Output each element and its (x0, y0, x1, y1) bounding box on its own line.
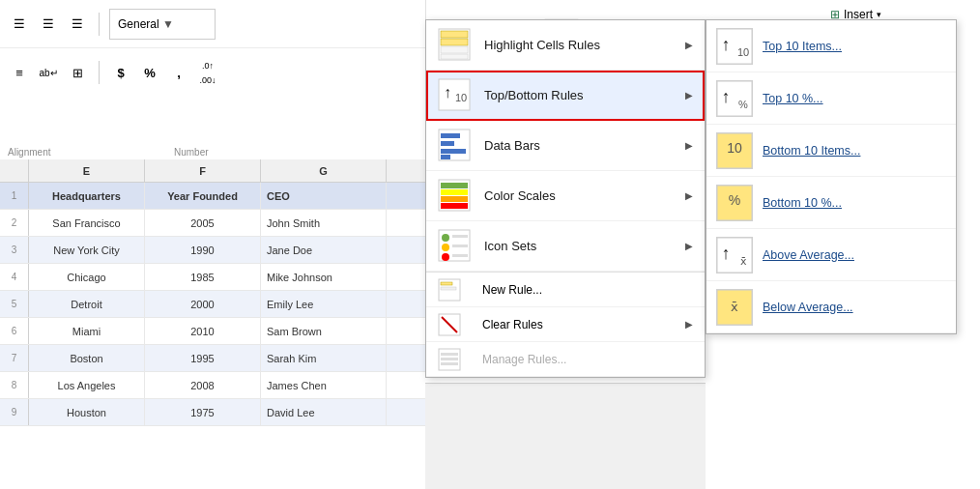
percent-btn[interactable]: % (138, 61, 161, 84)
submenu-item-bottom10-pct[interactable]: % Bottom 10 %... (706, 177, 956, 229)
col-f-header: F (145, 159, 261, 182)
svg-rect-21 (441, 155, 450, 159)
col-g-header: G (261, 159, 387, 182)
submenu-item-above-avg[interactable]: ↑ x̄ Above Average... (706, 229, 956, 281)
table-row: 1 Headquarters Year Founded CEO (0, 183, 425, 210)
ribbon-row1: ☰ ☰ ☰ General ▼ (0, 0, 425, 48)
svg-rect-18 (441, 133, 460, 138)
svg-rect-40 (441, 353, 458, 356)
top-bottom-icon: ↑ 10 (438, 78, 473, 113)
clear-rules-icon (438, 313, 471, 336)
conditional-formatting-menu: Highlight Cells Rules ▶ ↑ 10 Top/Bottom … (425, 19, 706, 378)
submenu-item-below-avg[interactable]: x̄ Below Average... (706, 281, 956, 333)
top10-items-label: Top 10 Items... (763, 40, 946, 53)
hamburger3-icon[interactable]: ☰ (66, 13, 89, 36)
col-e-header: E (29, 159, 145, 182)
align-center-icon[interactable]: ab↵ (37, 61, 60, 84)
manage-rules-label: Manage Rules... (482, 353, 566, 366)
svg-rect-26 (441, 203, 468, 209)
new-rule-label: New Rule... (482, 283, 542, 297)
top-bottom-submenu: ↑ 10 Top 10 Items... ↑ % Top 10 %... 10 (706, 19, 957, 334)
color-scales-icon (438, 179, 473, 214)
align-left-icon[interactable]: ≡ (8, 61, 31, 84)
top10-pct-label: Top 10 %... (763, 92, 946, 105)
bottom10-pct-icon: % (716, 185, 753, 221)
menu-item-manage-rules: Manage Rules... (426, 342, 705, 377)
svg-point-29 (442, 244, 449, 251)
svg-text:%: % (738, 99, 748, 110)
top-bottom-arrow: ▶ (685, 90, 693, 101)
svg-rect-33 (452, 254, 468, 257)
top10-pct-icon: ↑ % (716, 80, 753, 117)
table-row: 7 Boston 1995 Sarah Kim (0, 345, 425, 372)
svg-text:10: 10 (737, 46, 749, 58)
svg-rect-11 (441, 39, 468, 45)
icon-sets-label: Icon Sets (484, 239, 674, 253)
submenu-item-bottom10-items[interactable]: 10 Bottom 10 Items... (706, 125, 956, 177)
data-bars-label: Data Bars (484, 138, 674, 153)
svg-rect-31 (452, 235, 468, 238)
submenu-item-top10-pct[interactable]: ↑ % Top 10 %... (706, 72, 956, 125)
spreadsheet: E F G 1 Headquarters Year Founded CEO 2 … (0, 159, 425, 489)
data-bars-icon (438, 129, 473, 163)
row-num: 1 (0, 183, 29, 209)
svg-rect-12 (441, 46, 468, 53)
number-format-label: General (118, 17, 162, 31)
alignment-section-label: Alignment (8, 147, 50, 158)
clear-rules-arrow: ▶ (685, 319, 693, 330)
svg-text:↑: ↑ (722, 87, 731, 106)
align-right-icon[interactable]: ⊞ (66, 61, 89, 84)
above-avg-icon: ↑ x̄ (716, 237, 753, 273)
hamburger2-icon[interactable]: ☰ (37, 13, 60, 36)
comma-btn[interactable]: , (167, 61, 190, 84)
decimal-dec-btn[interactable]: .00↓ (196, 73, 219, 87)
insert-arrow: ▾ (877, 10, 881, 19)
data-cell: Year Founded (145, 183, 261, 209)
svg-rect-20 (441, 149, 466, 154)
svg-text:10: 10 (727, 140, 742, 156)
table-row: 8 Los Angeles 2008 James Chen (0, 372, 425, 399)
clear-rules-label: Clear Rules (482, 318, 674, 331)
dollar-btn[interactable]: $ (109, 61, 132, 84)
svg-text:↑: ↑ (722, 244, 731, 263)
menu-item-color-scales[interactable]: Color Scales ▶ (426, 171, 705, 221)
svg-rect-32 (452, 244, 468, 247)
below-avg-label: Below Average... (763, 301, 946, 314)
svg-text:↑: ↑ (722, 35, 731, 54)
icon-sets-arrow: ▶ (685, 241, 693, 251)
menu-item-new-rule[interactable]: New Rule... (426, 273, 705, 307)
menu-item-icon-sets[interactable]: Icon Sets ▶ (426, 221, 705, 272)
svg-point-30 (442, 253, 449, 261)
data-cell: Headquarters (29, 183, 145, 209)
col-headers: E F G (0, 159, 425, 183)
svg-rect-25 (441, 196, 468, 202)
svg-rect-35 (441, 282, 452, 285)
svg-point-28 (442, 234, 449, 242)
svg-rect-24 (441, 189, 468, 195)
number-format-dropdown[interactable]: General ▼ (109, 9, 216, 40)
decimal-inc-btn[interactable]: .0↑ (196, 59, 219, 72)
dropdown-arrow: ▼ (162, 17, 207, 31)
highlight-cells-icon (438, 28, 473, 63)
table-row: 6 Miami 2010 Sam Brown (0, 318, 425, 345)
svg-rect-13 (441, 54, 468, 59)
svg-rect-41 (441, 358, 458, 360)
menu-item-highlight-cells[interactable]: Highlight Cells Rules ▶ (426, 20, 705, 71)
svg-rect-36 (441, 287, 456, 290)
svg-rect-42 (441, 362, 458, 365)
submenu-item-top10-items[interactable]: ↑ 10 Top 10 Items... (706, 20, 956, 72)
icon-sets-icon (438, 229, 473, 264)
svg-text:%: % (729, 192, 740, 208)
table-row: 3 New York City 1990 Jane Doe (0, 237, 425, 264)
svg-rect-23 (441, 183, 468, 188)
menu-item-top-bottom[interactable]: ↑ 10 Top/Bottom Rules ▶ (426, 71, 705, 121)
table-row: 9 Houston 1975 David Lee (0, 399, 425, 426)
new-rule-icon (438, 278, 471, 302)
hamburger-icon[interactable]: ☰ (8, 13, 31, 36)
menu-item-data-bars[interactable]: Data Bars ▶ (426, 121, 705, 171)
menu-item-clear-rules[interactable]: Clear Rules ▶ (426, 307, 705, 342)
bottom10-items-label: Bottom 10 Items... (763, 144, 946, 158)
svg-text:x̄: x̄ (731, 300, 738, 314)
above-avg-label: Above Average... (763, 248, 946, 262)
data-bars-arrow: ▶ (685, 140, 693, 151)
